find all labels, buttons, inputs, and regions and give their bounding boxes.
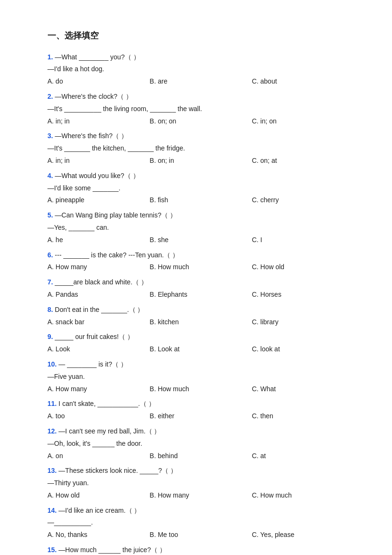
option-C: C. Horses <box>252 289 354 301</box>
question-13-line-2: —Thirty yuan. <box>47 478 354 489</box>
question-number: 13. <box>47 467 58 474</box>
question-14-line-1: 14. —I'd like an ice cream.（ ） <box>47 505 354 517</box>
question-4-line-2: —I'd like some _______. <box>47 183 354 194</box>
question-text: —I'd like a hot dog. <box>47 65 104 73</box>
question-2-line-2: —It's __________ the living room, ______… <box>47 103 354 115</box>
option-A: A. too <box>47 411 149 422</box>
options-row: A. in; inB. on; onC. in; on <box>47 116 354 127</box>
option-B: B. How many <box>149 490 252 501</box>
question-block: 3. —Where's the fish?（ ）—It's _______ th… <box>47 131 354 166</box>
option-B: B. behind <box>149 451 252 462</box>
question-text: —These stickers look nice. _____?（ ） <box>58 467 177 474</box>
option-C: C. then <box>252 411 354 422</box>
option-B: B. How much <box>149 384 252 395</box>
question-block: 8. Don't eat in the _______.（ ）A. snack … <box>47 304 354 328</box>
option-A: A. he <box>47 235 149 246</box>
question-1-line-2: —I'd like a hot dog. <box>47 64 354 75</box>
question-text: _____are black and white.（ ） <box>55 278 148 286</box>
question-5-line-2: —Yes, _______ can. <box>47 222 354 234</box>
question-1-line-1: 1. —What ________ you?（ ） <box>47 52 354 63</box>
option-A: A. How old <box>47 490 149 501</box>
options-row: A. How manyB. How muchC. What <box>47 384 354 395</box>
question-number: 7. <box>47 278 55 286</box>
option-A: A. Look <box>47 344 149 355</box>
question-12-line-2: —Oh, look, it's ______ the door. <box>47 438 354 450</box>
question-block: 10. — ________ is it?（ ）—Five yuan.A. Ho… <box>47 359 354 395</box>
question-14-line-2: —__________. <box>47 517 354 528</box>
question-number: 14. <box>47 507 58 514</box>
question-block: 11. I can't skate, ___________.（ ）A. too… <box>47 398 354 422</box>
question-text: —I'd like an ice cream.（ ） <box>58 507 140 514</box>
question-block: 2. —Where's the clock?（ ）—It's _________… <box>47 91 354 127</box>
options-row: A. How oldB. How manyC. How much <box>47 490 354 501</box>
question-number: 9. <box>47 333 55 340</box>
question-block: 14. —I'd like an ice cream.（ ）—_________… <box>47 505 354 541</box>
question-10-line-2: —Five yuan. <box>47 371 354 383</box>
question-9-line-1: 9. _____ our fruit cakes!（ ） <box>47 331 354 343</box>
option-C: C. How old <box>252 262 354 273</box>
question-number: 8. <box>47 306 55 313</box>
option-A: A. pineapple <box>47 195 149 206</box>
question-text: --- _______ is the cake? ---Ten yuan.（ ） <box>55 251 179 259</box>
option-B: B. are <box>149 76 252 87</box>
option-A: A. in; in <box>47 116 149 127</box>
question-text: —What would you like?（ ） <box>55 172 140 179</box>
option-A: A. in; in <box>47 155 149 167</box>
question-block: 13. —These stickers look nice. _____?（ ）… <box>47 465 354 501</box>
question-7-line-1: 7. _____are black and white.（ ） <box>47 277 354 288</box>
question-6-line-1: 6. --- _______ is the cake? ---Ten yuan.… <box>47 250 354 261</box>
question-text: I can't skate, ___________.（ ） <box>58 400 155 407</box>
question-3-line-1: 3. —Where's the fish?（ ） <box>47 131 354 142</box>
option-B: B. on; in <box>149 155 252 167</box>
question-4-line-1: 4. —What would you like?（ ） <box>47 170 354 182</box>
options-row: A. snack barB. kitchenC. library <box>47 317 354 328</box>
option-C: C. about <box>252 76 354 87</box>
question-block: 6. --- _______ is the cake? ---Ten yuan.… <box>47 250 354 273</box>
question-text: —Thirty yuan. <box>47 479 89 487</box>
question-block: 15. —How much ______ the juice?（ ）—12 yu… <box>47 545 354 555</box>
question-block: 1. —What ________ you?（ ）—I'd like a hot… <box>47 52 354 87</box>
question-text: —I can't see my red ball, Jim.（ ） <box>58 427 160 435</box>
option-B: B. fish <box>149 195 252 206</box>
options-row: A. pineappleB. fishC. cherry <box>47 195 354 206</box>
option-C: C. I <box>252 235 354 246</box>
option-C: C. at <box>252 451 354 462</box>
question-11-line-1: 11. I can't skate, ___________.（ ） <box>47 398 354 410</box>
option-C: C. What <box>252 384 354 395</box>
question-10-line-1: 10. — ________ is it?（ ） <box>47 359 354 370</box>
question-text: —Oh, look, it's ______ the door. <box>47 440 142 447</box>
option-B: B. kitchen <box>149 317 252 328</box>
option-B: B. Look at <box>149 344 252 355</box>
question-block: 5. —Can Wang Bing play table tennis?（ ）—… <box>47 210 354 245</box>
question-text: _____ our fruit cakes!（ ） <box>55 333 134 340</box>
question-text: —Where's the clock?（ ） <box>55 93 133 100</box>
question-12-line-1: 12. —I can't see my red ball, Jim.（ ） <box>47 426 354 437</box>
question-number: 12. <box>47 427 58 435</box>
question-block: 7. _____are black and white.（ ）A. Pandas… <box>47 277 354 301</box>
question-block: 12. —I can't see my red ball, Jim.（ ）—Oh… <box>47 426 354 461</box>
question-8-line-1: 8. Don't eat in the _______.（ ） <box>47 304 354 316</box>
option-C: C. How much <box>252 490 354 501</box>
question-number: 4. <box>47 172 55 179</box>
question-number: 3. <box>47 132 55 140</box>
option-C: C. cherry <box>252 195 354 206</box>
question-number: 10. <box>47 360 58 368</box>
options-row: A. onB. behindC. at <box>47 451 354 462</box>
options-row: A. PandasB. ElephantsC. Horses <box>47 289 354 301</box>
question-block: 9. _____ our fruit cakes!（ ）A. LookB. Lo… <box>47 331 354 355</box>
question-text: —I'd like some _______. <box>47 184 121 192</box>
option-A: A. do <box>47 76 149 87</box>
option-C: C. Yes, please <box>252 529 354 541</box>
options-row: A. tooB. eitherC. then <box>47 411 354 422</box>
option-C: C. in; on <box>252 116 354 127</box>
question-text: —__________. <box>47 518 93 526</box>
option-B: B. Me too <box>149 529 252 541</box>
question-number: 2. <box>47 93 55 100</box>
question-text: —Yes, _______ can. <box>47 224 109 231</box>
option-B: B. How much <box>149 262 252 273</box>
question-text: — ________ is it?（ ） <box>58 360 127 368</box>
option-A: A. How many <box>47 262 149 273</box>
question-15-line-1: 15. —How much ______ the juice?（ ） <box>47 545 354 555</box>
question-text: Don't eat in the _______.（ ） <box>55 306 144 313</box>
question-3-line-2: —It's _______ the kitchen, _______ the f… <box>47 143 354 154</box>
